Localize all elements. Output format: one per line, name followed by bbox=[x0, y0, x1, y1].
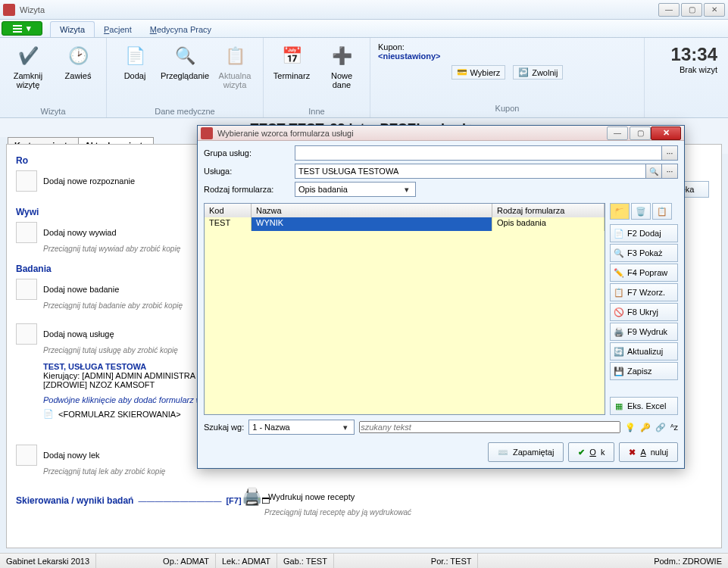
f7-wzorz-button[interactable]: 📋F7 Wzorz. bbox=[610, 283, 678, 301]
excel-button[interactable]: ▦Eks. Excel bbox=[610, 397, 678, 415]
f2-dodaj-button[interactable]: 📄F2 Dodaj bbox=[610, 224, 678, 242]
tab-pacjent[interactable]: Pacjent bbox=[95, 22, 141, 37]
folder-button[interactable]: 📁 bbox=[610, 203, 630, 220]
status-gab: Gab.: TEST bbox=[277, 554, 334, 568]
f3-pokaz-button[interactable]: 🔍F3 Pokaż bbox=[610, 244, 678, 262]
ribbon-przegladanie[interactable]: 🔍 Przeglądanie bbox=[163, 41, 207, 105]
status-app: Gabinet Lekarski 2013 bbox=[0, 554, 96, 568]
tab-medycyna[interactable]: Medycyna Pracy bbox=[141, 22, 220, 37]
template-icon: 📋 bbox=[614, 288, 624, 298]
clock: 13:34 bbox=[671, 44, 717, 65]
results-grid[interactable]: Kod Nazwa Rodzaj formularza TEST WYNIK O… bbox=[204, 203, 605, 415]
kupon-label: Kupon: bbox=[378, 42, 405, 51]
ribbon-group-label: Dane medyczne bbox=[155, 105, 215, 116]
status-podm: Podm.: ZDROWIE bbox=[648, 554, 728, 568]
app-icon bbox=[3, 4, 15, 16]
doc-icon bbox=[16, 170, 37, 192]
chevron-down-icon: ▾ bbox=[340, 423, 351, 432]
ribbon-nowe-dane[interactable]: ➕ Nowe dane bbox=[320, 41, 364, 105]
usluga-search-button[interactable]: 🔍 bbox=[645, 164, 662, 179]
print-icon: 🖨️ bbox=[614, 327, 624, 337]
ribbon-terminarz[interactable]: 📅 Terminarz bbox=[270, 41, 314, 105]
save-icon: 💾 bbox=[614, 367, 624, 376]
f4-popraw-button[interactable]: ✏️F4 Popraw bbox=[610, 264, 678, 282]
kupon-wybierz[interactable]: 💳Wybierz bbox=[451, 65, 506, 80]
check-icon: ✔ bbox=[578, 448, 585, 457]
doc-icon bbox=[16, 222, 37, 243]
search-label: Szukaj wg: bbox=[204, 423, 244, 432]
keyboard-icon: ⌨️ bbox=[498, 448, 508, 457]
f9-wydruk-button[interactable]: 🖨️F9 Wydruk bbox=[610, 323, 678, 341]
modal-close-button[interactable]: ✕ bbox=[651, 126, 681, 140]
ribbon-group-label: Inne bbox=[308, 105, 324, 116]
table-row[interactable]: TEST WYNIK Opis badania bbox=[205, 217, 605, 231]
bulb-icon[interactable]: 💡 bbox=[625, 423, 636, 432]
side-actions: 📁 🗑️ 📋 📄F2 Dodaj 🔍F3 Pokaż ✏️F4 Popraw 📋… bbox=[610, 203, 678, 415]
modal-icon bbox=[201, 127, 213, 139]
card-icon: 💳 bbox=[457, 67, 467, 77]
refresh-icon: 🔄 bbox=[614, 347, 624, 357]
print-recepty[interactable]: 🖨️ Wydrukuj nowe recepty bbox=[242, 487, 411, 507]
key-icon[interactable]: 🔑 bbox=[640, 423, 651, 432]
ok-button[interactable]: ✔Ok bbox=[568, 442, 614, 462]
ribbon-group-label: Kupon bbox=[495, 102, 520, 113]
calendar-icon: 📅 bbox=[280, 44, 304, 68]
f8-ukryj-button[interactable]: 🚫F8 Ukryj bbox=[610, 303, 678, 321]
rodzaj-combo[interactable]: Opis badania ▾ bbox=[295, 182, 416, 197]
aktualizuj-button[interactable]: 🔄Aktualizuj bbox=[610, 342, 678, 360]
copy-button[interactable]: 📋 bbox=[652, 203, 672, 220]
kupon-value[interactable]: <nieustawiony> bbox=[378, 51, 441, 61]
anuluj-button[interactable]: ✖Anuluj bbox=[619, 442, 678, 462]
col-rodzaj[interactable]: Rodzaj formularza bbox=[492, 204, 605, 217]
ribbon-dodaj[interactable]: 📄 Dodaj bbox=[113, 41, 157, 105]
form-icon: 📄 bbox=[43, 409, 54, 419]
grupa-label: Grupa usług: bbox=[204, 148, 295, 158]
ribbon-zawies[interactable]: 🕑 Zawieś bbox=[56, 41, 100, 105]
status-op: Op.: ADMAT bbox=[157, 554, 216, 568]
usluga-browse-button[interactable]: ··· bbox=[661, 164, 678, 179]
hint: Przeciągnij tutaj receptę aby ją wydruko… bbox=[264, 508, 411, 517]
excel-icon: ▦ bbox=[614, 401, 624, 411]
grupa-browse-button[interactable]: ··· bbox=[661, 145, 678, 161]
clock-icon: 🕑 bbox=[66, 44, 90, 68]
ribbon: ✔️ Zamknij wizytę 🕑 Zawieś Wizyta 📄 Doda… bbox=[0, 38, 728, 118]
search-input[interactable] bbox=[359, 421, 620, 433]
browse-icon: 🔍 bbox=[173, 44, 197, 68]
doc-icon bbox=[16, 323, 37, 345]
f7-shortcut: [F7] bbox=[226, 496, 241, 505]
rodzaj-label: Rodzaj formularza: bbox=[204, 185, 295, 194]
search-by-combo[interactable]: 1 - Nazwa ▾ bbox=[248, 420, 355, 435]
delete-button[interactable]: 🗑️ bbox=[631, 203, 651, 220]
modal-maximize-button[interactable]: ▢ bbox=[630, 126, 651, 140]
ribbon-zamknij-wizyte[interactable]: ✔️ Zamknij wizytę bbox=[6, 41, 50, 105]
add-icon: 📄 bbox=[614, 229, 624, 239]
doc-icon bbox=[16, 279, 37, 300]
modal-wybieranie-wzorca: Wybieranie wzorca formularza usługi — ▢ … bbox=[197, 125, 685, 469]
tab-wizyta[interactable]: Wizyta bbox=[50, 21, 95, 37]
window-title: Wizyta bbox=[20, 5, 657, 14]
menubar: ▾ Wizyta Pacjent Medycyna Pracy bbox=[0, 20, 728, 38]
zapamietaj-button[interactable]: ⌨️Zapamiętaj bbox=[488, 442, 564, 462]
plus-icon: ➕ bbox=[330, 44, 354, 68]
col-kod[interactable]: Kod bbox=[205, 204, 252, 217]
col-nazwa[interactable]: Nazwa bbox=[252, 204, 492, 217]
add-doc-icon: 📄 bbox=[123, 44, 147, 68]
chevron-down-icon: ▾ bbox=[401, 185, 412, 195]
close-button[interactable]: ✕ bbox=[704, 3, 725, 17]
minimize-button[interactable]: — bbox=[658, 3, 680, 17]
link-icon[interactable]: 🔗 bbox=[655, 423, 666, 432]
main-menu-button[interactable]: ▾ bbox=[2, 21, 42, 36]
modal-titlebar[interactable]: Wybieranie wzorca formularza usługi — ▢ … bbox=[198, 126, 684, 141]
release-icon: ↩️ bbox=[518, 67, 529, 77]
usluga-field[interactable]: TEST USŁUGA TESTOWA bbox=[295, 164, 646, 179]
cancel-icon: ✖ bbox=[629, 448, 636, 457]
maximize-button[interactable]: ▢ bbox=[681, 3, 702, 17]
grupa-field[interactable] bbox=[295, 145, 662, 161]
sort-icon[interactable]: ᴬz bbox=[670, 423, 679, 432]
usluga-label: Usługa: bbox=[204, 167, 295, 176]
modal-minimize-button[interactable]: — bbox=[607, 126, 628, 140]
kupon-zwolnij[interactable]: ↩️Zwolnij bbox=[513, 65, 563, 80]
section-skierowania: Skierowania / wyniki badań bbox=[16, 495, 133, 506]
ribbon-aktualna-wizyta[interactable]: 📋 Aktualna wizyta bbox=[213, 41, 257, 105]
zapisz-button[interactable]: 💾Zapisz bbox=[610, 362, 678, 380]
